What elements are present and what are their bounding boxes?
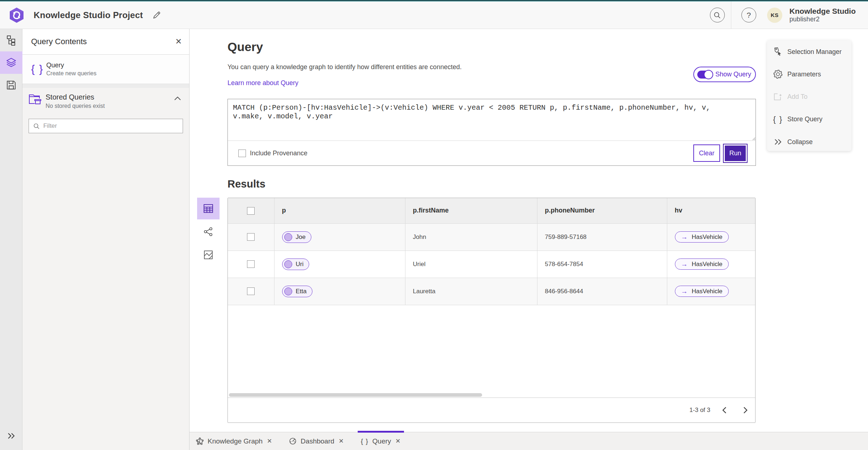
clear-button[interactable]: Clear <box>693 144 720 162</box>
row-checkbox[interactable] <box>247 287 255 295</box>
query-textarea[interactable]: MATCH (p:Person)-[hv:HasVehicle]->(v:Veh… <box>228 99 756 141</box>
save-icon <box>6 80 16 90</box>
page-title: Query <box>227 40 263 54</box>
entity-pill[interactable]: Uri <box>282 258 310 270</box>
results-table: p p.firstName p.phoneNumber hv Joe John … <box>228 198 755 305</box>
learn-more-link[interactable]: Learn more about Query <box>227 79 298 87</box>
arrow-right-icon: → <box>681 260 688 268</box>
tool-label: Parameters <box>787 71 821 78</box>
add-to-icon <box>773 92 783 102</box>
query-editor: MATCH (p:Person)-[hv:HasVehicle]->(v:Veh… <box>227 99 756 166</box>
filter-field[interactable] <box>29 119 183 133</box>
rail-item-query[interactable] <box>0 51 22 74</box>
entity-dot-icon <box>284 260 292 268</box>
toggle-switch[interactable] <box>697 71 712 79</box>
tab-dashboard[interactable]: Dashboard ✕ <box>286 432 347 450</box>
include-provenance-checkbox[interactable] <box>238 150 246 157</box>
edit-title-button[interactable] <box>152 10 162 20</box>
panel-header: Query Contents ✕ <box>22 29 189 55</box>
table-view-button[interactable] <box>197 198 220 219</box>
show-query-toggle[interactable]: Show Query <box>693 67 756 82</box>
select-all-checkbox[interactable] <box>247 207 255 215</box>
selection-manager-icon <box>773 47 783 56</box>
chevron-left-icon <box>722 407 727 414</box>
table-icon <box>203 204 213 213</box>
store-query-braces-icon: { } <box>773 115 783 124</box>
row-checkbox[interactable] <box>247 260 255 268</box>
column-header-hv[interactable]: hv <box>667 198 755 223</box>
rail-item-data-model[interactable] <box>0 29 22 51</box>
tool-label: Collapse <box>787 138 813 146</box>
tool-collapse[interactable]: Collapse <box>767 134 851 150</box>
page-description: You can query a knowledge graph to ident… <box>227 63 461 71</box>
cell-phonenumber: 578-654-7854 <box>537 251 667 278</box>
tab-label: Knowledge Graph <box>208 437 263 445</box>
filter-input[interactable] <box>43 122 178 130</box>
search-icon <box>714 12 721 19</box>
pagination-range: 1-3 of 3 <box>689 407 710 414</box>
app-header: Knowledge Studio Project ? KS Knowledge … <box>0 1 868 29</box>
map-view-button[interactable] <box>197 244 220 266</box>
graph-view-button[interactable] <box>197 221 220 243</box>
query-list-item[interactable]: { } Query Create new queries <box>22 55 189 84</box>
expand-rail-button[interactable] <box>0 425 22 447</box>
tool-parameters[interactable]: Parameters <box>767 66 851 82</box>
tool-selection-manager[interactable]: Selection Manager <box>767 44 851 60</box>
collapse-icon <box>773 139 783 145</box>
relationship-pill[interactable]: →HasVehicle <box>675 231 729 243</box>
tool-store-query[interactable]: { } Store Query <box>767 112 851 127</box>
tab-knowledge-graph[interactable]: Knowledge Graph ✕ <box>193 432 275 450</box>
tab-label: Query <box>373 437 391 445</box>
collapse-section-icon[interactable] <box>174 97 181 100</box>
tab-query[interactable]: { } Query ✕ <box>358 432 404 450</box>
stored-queries-header[interactable]: Stored Queries No stored queries exist <box>29 93 183 109</box>
query-tools-panel: Selection Manager Parameters <box>767 40 851 151</box>
tool-label: Add To <box>787 93 808 101</box>
avatar[interactable]: KS <box>767 8 782 23</box>
project-title: Knowledge Studio Project <box>34 10 143 20</box>
query-item-subtitle: Create new queries <box>46 70 97 77</box>
table-header-row: p p.firstName p.phoneNumber hv <box>228 198 755 223</box>
entity-pill[interactable]: Etta <box>282 286 312 297</box>
user-block[interactable]: Knowledge Studio publisher2 <box>790 7 856 23</box>
tab-close-icon[interactable]: ✕ <box>395 437 400 445</box>
tool-add-to[interactable]: Add To <box>767 89 851 105</box>
table-row: Uri Uriel 578-654-7854 →HasVehicle <box>228 251 755 278</box>
previous-page-button[interactable] <box>722 407 727 414</box>
stored-queries-section: Stored Queries No stored queries exist <box>22 88 189 450</box>
relationship-pill[interactable]: →HasVehicle <box>675 286 729 297</box>
table-empty-area <box>228 305 755 398</box>
user-name: Knowledge Studio <box>790 7 856 16</box>
column-header-p[interactable]: p <box>274 198 405 223</box>
map-view-icon <box>204 250 213 260</box>
row-checkbox[interactable] <box>247 233 255 241</box>
pencil-icon <box>152 11 161 20</box>
filter-search-icon <box>33 123 40 130</box>
help-button[interactable]: ? <box>741 8 756 22</box>
relationship-pill[interactable]: →HasVehicle <box>675 258 729 270</box>
run-button[interactable]: Run <box>725 146 746 161</box>
arrow-right-icon: → <box>681 233 688 241</box>
cell-firstname: Uriel <box>405 251 537 278</box>
run-button-focus-ring: Run <box>723 144 748 163</box>
question-icon: ? <box>747 11 751 20</box>
panel-close-icon[interactable]: ✕ <box>175 38 182 46</box>
query-item-title: Query <box>46 62 97 69</box>
knowledge-studio-logo <box>10 8 24 23</box>
search-button[interactable] <box>710 8 725 22</box>
dashboard-icon <box>289 437 297 445</box>
horizontal-scrollbar-thumb[interactable] <box>229 393 482 397</box>
next-page-button[interactable] <box>743 407 748 414</box>
rail-item-save[interactable] <box>0 74 22 96</box>
table-row: Joe John 759-889-57168 →HasVehicle <box>228 223 755 251</box>
knowledge-graph-icon <box>196 437 204 445</box>
parameters-gear-icon <box>773 70 783 79</box>
stored-queries-subtitle: No stored queries exist <box>46 103 105 109</box>
entity-pill[interactable]: Joe <box>282 231 311 243</box>
tab-close-icon[interactable]: ✕ <box>267 437 272 445</box>
cell-phonenumber: 759-889-57168 <box>537 223 667 251</box>
results-table-card: p p.firstName p.phoneNumber hv Joe John … <box>227 198 756 423</box>
tab-close-icon[interactable]: ✕ <box>339 437 344 445</box>
column-header-firstname[interactable]: p.firstName <box>405 198 537 223</box>
column-header-phonenumber[interactable]: p.phoneNumber <box>537 198 667 223</box>
